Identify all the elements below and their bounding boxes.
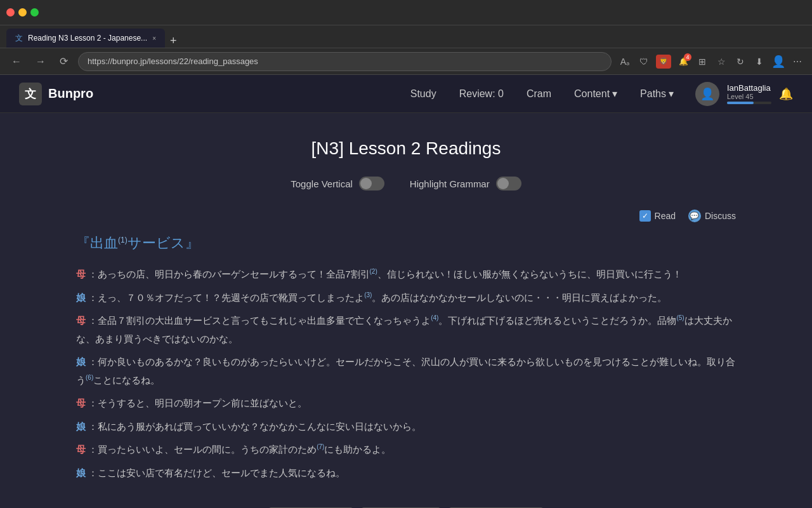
- nav-study[interactable]: Study: [402, 83, 445, 105]
- line-2: 娘 ：えっ、７０％オフだって！？先週その店で靴買ってしまったよ(3)。あの店はな…: [76, 289, 736, 307]
- line-3-text: ：全品７割引の大出血サービスと言ってもこれじゃ出血多量で亡くなっちゃうよ(4)。…: [76, 315, 732, 344]
- check-icon: ✓: [639, 210, 651, 222]
- toggle-grammar-switch[interactable]: [496, 177, 521, 190]
- line-7-text: ：買ったらいいよ、セールの間に。うちの家計のため(7)にも助かるよ。: [88, 444, 391, 455]
- nav-review[interactable]: Review: 0: [450, 83, 513, 105]
- browser-chrome: [0, 0, 812, 25]
- download-icon[interactable]: ⬇: [752, 55, 766, 69]
- forward-btn[interactable]: →: [32, 53, 49, 70]
- app-logo[interactable]: 文 Bunpro: [19, 83, 93, 105]
- line-6: 娘 ：私にあう服があれば買っていいかな？なかなかこんなに安い日はないから。: [76, 418, 736, 436]
- app-nav: 文 Bunpro Study Review: 0 Cram Content ▾ …: [0, 75, 812, 113]
- speaker-haha-3: 母: [76, 398, 86, 408]
- url-bar-row: ← → ⟳ Aₐ 🛡 🦁 🔔 4 ⊞ ☆ ↻ ⬇ 👤 ⋯: [0, 48, 812, 75]
- read-label: Read: [655, 211, 676, 221]
- sync-icon[interactable]: ↻: [733, 55, 747, 69]
- level-bar: [727, 102, 771, 104]
- user-info: IanBattaglia Level 45: [727, 83, 771, 104]
- tab-title: Reading N3 Lesson 2 - Japanese...: [28, 34, 147, 43]
- new-tab-btn[interactable]: +: [165, 34, 182, 48]
- toggle-vertical-label: Toggle Vertical: [291, 178, 353, 189]
- url-input[interactable]: [78, 52, 612, 71]
- page-title: [N3] Lesson 2 Readings: [76, 138, 736, 159]
- window-controls: [6, 8, 39, 17]
- discuss-icon: 💬: [688, 210, 701, 222]
- active-tab[interactable]: 文 Reading N3 Lesson 2 - Japanese... ×: [6, 29, 165, 48]
- tab-close-btn[interactable]: ×: [152, 35, 156, 42]
- badge-icon[interactable]: 🔔 4: [676, 55, 690, 69]
- toggle-grammar-label: Highlight Grammar: [410, 178, 490, 189]
- close-window-btn[interactable]: [6, 8, 15, 17]
- speaker-haha-2: 母: [76, 315, 86, 326]
- logo-text: Bunpro: [48, 86, 93, 101]
- avatar[interactable]: 👤: [695, 82, 719, 106]
- minimize-window-btn[interactable]: [18, 8, 27, 17]
- toggle-grammar-group: Highlight Grammar: [410, 177, 521, 190]
- title-superscript: (1): [118, 236, 128, 244]
- notification-bell-icon[interactable]: 🔔: [779, 87, 793, 101]
- line-8-text: ：ここは安い店で有名だけど、セールでまた人気になるね。: [88, 467, 345, 478]
- logo-icon: 文: [19, 83, 42, 105]
- line-5-text: ：そうすると、明日の朝オープン前に並ばないと。: [88, 398, 307, 408]
- tab-favicon: 文: [15, 33, 23, 44]
- toggle-vertical-knob: [360, 178, 372, 189]
- discuss-label: Discuss: [705, 211, 736, 221]
- speaker-haha-4: 母: [76, 444, 86, 455]
- discuss-btn[interactable]: 💬 Discuss: [688, 210, 736, 222]
- more-options-icon[interactable]: ⋯: [790, 55, 804, 69]
- line-8: 娘 ：ここは安い店で有名だけど、セールでまた人気になるね。: [76, 464, 736, 483]
- nav-paths[interactable]: Paths ▾: [631, 83, 683, 105]
- refresh-btn[interactable]: ⟳: [56, 53, 72, 70]
- read-discuss-row: ✓ Read 💬 Discuss: [76, 210, 736, 222]
- toggle-vertical-switch[interactable]: [359, 177, 384, 190]
- bookmark-icon[interactable]: ☆: [714, 55, 728, 69]
- nav-links: Study Review: 0 Cram Content ▾ Paths ▾: [402, 83, 683, 105]
- level-fill: [727, 102, 754, 104]
- user-profile-icon[interactable]: 👤: [771, 55, 785, 69]
- line-6-text: ：私にあう服があれば買っていいかな？なかなかこんなに安い日はないから。: [88, 421, 421, 432]
- translate-icon[interactable]: Aₐ: [618, 55, 632, 69]
- back-btn[interactable]: ←: [8, 53, 25, 70]
- line-4-text: ：何か良いものあるかな？良いものがあったらいいけど。セールだからこそ、沢山の人が…: [76, 356, 735, 385]
- line-1: 母 ：あっちの店、明日から春のバーゲンセールするって！全品7割引(2)、信じられ…: [76, 265, 736, 284]
- main-content: [N3] Lesson 2 Readings Toggle Vertical H…: [0, 113, 812, 508]
- nav-cram[interactable]: Cram: [518, 83, 560, 105]
- line-4: 娘 ：何か良いものあるかな？良いものがあったらいいけど。セールだからこそ、沢山の…: [76, 353, 736, 389]
- toggle-vertical-group: Toggle Vertical: [291, 177, 384, 190]
- nav-content[interactable]: Content ▾: [565, 83, 626, 105]
- line-5: 母 ：そうすると、明日の朝オープン前に並ばないと。: [76, 394, 736, 413]
- user-area: 👤 IanBattaglia Level 45 🔔: [695, 82, 793, 106]
- user-level: Level 45: [727, 93, 771, 100]
- brave-icon[interactable]: 🦁: [656, 55, 671, 69]
- toggles-row: Toggle Vertical Highlight Grammar: [76, 177, 736, 190]
- speaker-haha-1: 母: [76, 269, 86, 279]
- line-1-text: ：あっちの店、明日から春のバーゲンセールするって！全品7割引(2)、信じられない…: [88, 269, 682, 279]
- extension-icon[interactable]: 🛡: [637, 55, 651, 69]
- toggle-grammar-knob: [497, 178, 509, 189]
- user-name: IanBattaglia: [727, 83, 771, 93]
- maximize-window-btn[interactable]: [30, 8, 39, 17]
- speaker-musume-2: 娘: [76, 356, 86, 367]
- passage: 母 ：あっちの店、明日から春のバーゲンセールするって！全品7割引(2)、信じられ…: [76, 265, 736, 482]
- line-3: 母 ：全品７割引の大出血サービスと言ってもこれじゃ出血多量で亡くなっちゃうよ(4…: [76, 312, 736, 348]
- tab-bar: 文 Reading N3 Lesson 2 - Japanese... × +: [0, 25, 812, 48]
- speaker-musume-1: 娘: [76, 292, 86, 303]
- speaker-musume-3: 娘: [76, 421, 86, 432]
- browser-toolbar-icons: Aₐ 🛡 🦁 🔔 4 ⊞ ☆ ↻ ⬇ 👤 ⋯: [618, 55, 804, 69]
- line-2-text: ：えっ、７０％オフだって！？先週その店で靴買ってしまったよ(3)。あの店はなかな…: [88, 292, 667, 303]
- reading-title: 『出血(1)サービス』: [76, 234, 736, 253]
- speaker-musume-4: 娘: [76, 467, 86, 478]
- read-btn[interactable]: ✓ Read: [639, 210, 676, 222]
- grid-icon[interactable]: ⊞: [695, 55, 709, 69]
- line-7: 母 ：買ったらいいよ、セールの間に。うちの家計のため(7)にも助かるよ。: [76, 441, 736, 459]
